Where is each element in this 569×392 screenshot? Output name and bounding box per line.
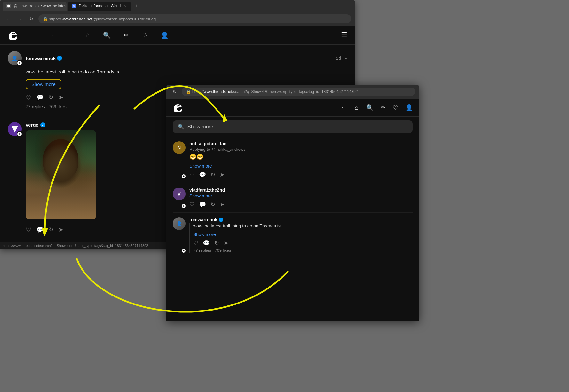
browser-chrome-left: @tomwarrenuk • wow the lates... ✕ D Digi… [0,0,355,26]
refresh-button-left[interactable]: ↻ [27,14,36,23]
profile-icon-left[interactable]: 👤 [160,31,169,40]
tab-1[interactable]: @tomwarrenuk • wow the lates... ✕ [3,2,67,11]
tab-2-label: Digital Information World [79,4,121,8]
right-reply-2[interactable]: 💬 [199,201,206,208]
author-avatar-left[interactable]: 👤 + [8,51,22,65]
right-post-stats-3: 77 replies · 769 likes [193,248,285,253]
back-icon-right[interactable]: ← [341,104,347,111]
tab-bar-left: @tomwarrenuk • wow the lates... ✕ D Digi… [0,0,355,12]
threads-logo-left[interactable] [8,29,19,41]
heart-icon-left[interactable]: ♡ [141,31,150,40]
thread-line-right [189,223,190,253]
right-post-3-inner: wow the latest troll thing to do on Thre… [193,223,285,253]
menu-icon-left[interactable]: ☰ [341,31,347,39]
right-actions-1: ♡ 💬 ↻ ➤ [189,171,413,178]
avatar-add-1[interactable]: + [181,174,186,179]
right-share-3[interactable]: ➤ [224,240,228,247]
search-bar-icon: 🔍 [178,124,184,130]
search-icon-left[interactable]: 🔍 [102,31,111,40]
threads-nav-left: ← ⌂ 🔍 ✏ ♡ 👤 ☰ [0,26,355,45]
browser-window-right: ↻ 🔒 https:// www.threads.net /search?q=S… [166,85,419,321]
avatar-add-left[interactable]: + [17,60,22,66]
right-avatar-3-container: 👤 + [173,217,186,253]
tab-2[interactable]: D Digital Information World ✕ [68,2,131,11]
avatar-add-3[interactable]: + [181,248,186,253]
right-avatar-2-container: V + [173,188,186,208]
right-post-text-3: wow the latest troll thing to do on Thre… [193,223,285,229]
right-reply-1[interactable]: 💬 [199,171,206,178]
right-username-2: vladfaratzthe2nd [189,188,413,193]
forward-button-left[interactable]: → [15,14,24,23]
right-avatar-1-container: N + [173,141,186,178]
secure-icon-left: 🔒 [43,17,48,21]
right-username-1: not_a_potato_fan [189,141,413,146]
verge-verified: ✓ [40,122,45,127]
right-avatar-2[interactable]: V [173,188,186,200]
verge-avatar-add[interactable]: + [17,131,22,137]
address-bar-right[interactable]: 🔒 https:// www.threads.net /search?q=Sho… [182,88,415,96]
secure-icon-right: 🔒 [186,89,191,94]
back-icon-left[interactable]: ← [51,31,58,39]
right-repost-1[interactable]: ↻ [210,171,215,178]
right-avatar-3[interactable]: 👤 [173,217,186,230]
compose-icon-left[interactable]: ✏ [122,31,130,40]
home-icon-left[interactable]: ⌂ [83,31,92,40]
right-post-3: 👤 + tomwarrenuk ✓ wow the latest troll t… [173,213,413,257]
right-share-1[interactable]: ➤ [220,171,225,178]
status-url-left: https://www.threads.net/search?q=Show mo… [3,244,148,248]
search-icon-right[interactable]: 🔍 [366,104,373,111]
right-like-3[interactable]: ♡ [193,240,198,247]
verge-avatar-left[interactable]: + [8,122,22,136]
search-bar-right[interactable]: 🔍 Show more [173,120,413,133]
right-post-2-content: vladfaratzthe2nd Show more ♡ 💬 ↻ ➤ [189,188,413,208]
right-post-1: N + not_a_potato_fan Replying to @malika… [173,137,413,183]
right-repost-2[interactable]: ↻ [210,201,215,208]
repost-action-left[interactable]: ↻ [49,94,53,102]
right-post-3-with-line: wow the latest troll thing to do on Thre… [189,223,413,253]
refresh-btn-right[interactable]: ↻ [170,87,179,96]
verge-reply[interactable]: 💬 [36,226,43,233]
back-button-left[interactable]: ← [4,14,13,23]
right-show-more-3[interactable]: Show more [193,232,285,237]
address-input-left[interactable]: 🔒 https:// www.threads.net /@tomwarrenuk… [38,14,351,23]
verge-share[interactable]: ➤ [59,226,63,233]
home-icon-right[interactable]: ⌂ [355,104,359,111]
thread-connector: + [8,122,22,136]
verge-repost[interactable]: ↻ [49,226,53,233]
right-actions-2: ♡ 💬 ↻ ➤ [189,201,413,208]
tab-1-label: @tomwarrenuk • wow the lates... [13,4,67,8]
right-reply-to-1: Replying to @malika_andrews [189,147,413,152]
right-reply-3[interactable]: 💬 [203,240,210,247]
right-show-more-1[interactable]: Show more [189,164,413,169]
right-post-1-content: not_a_potato_fan Replying to @malika_and… [189,141,413,178]
tab-2-close[interactable]: ✕ [123,4,128,8]
profile-icon-right[interactable]: 👤 [406,104,413,111]
verge-post-image [26,130,96,219]
right-repost-3[interactable]: ↻ [214,240,219,247]
threads-logo-right[interactable] [173,102,184,113]
nav-icons-right: ← ⌂ 🔍 ✏ ♡ 👤 [341,104,413,111]
share-action-left[interactable]: ➤ [59,94,63,102]
reply-action-left[interactable]: 💬 [36,94,43,102]
like-action-left[interactable]: ♡ [26,94,31,102]
right-post-text-1: 😁😁 [189,153,413,161]
avatar-add-2[interactable]: + [181,204,186,209]
show-more-button-left[interactable]: Show more [26,79,61,89]
svg-point-0 [7,5,10,7]
post-time-left: 2d ··· [336,56,347,61]
heart-icon-right[interactable]: ♡ [393,104,398,111]
right-verified-3: ✓ [219,218,223,222]
new-tab-button[interactable]: + [133,2,140,10]
tab-2-favicon: D [72,4,76,8]
compose-icon-right[interactable]: ✏ [381,104,385,111]
right-show-more-2[interactable]: Show more [189,193,413,198]
right-share-2[interactable]: ➤ [220,201,225,208]
right-like-2[interactable]: ♡ [189,201,194,208]
post-meta-left: tomwarrenuk ✓ [26,56,336,61]
search-bar-text: Show more [187,124,213,130]
verge-like[interactable]: ♡ [26,226,31,234]
right-avatar-1[interactable]: N [173,141,186,154]
nav-icons-left: ⌂ 🔍 ✏ ♡ 👤 [83,31,169,40]
right-like-1[interactable]: ♡ [189,171,194,178]
address-bar-row-left: ← → ↻ 🔒 https:// www.threads.net /@tomwa… [0,12,355,26]
